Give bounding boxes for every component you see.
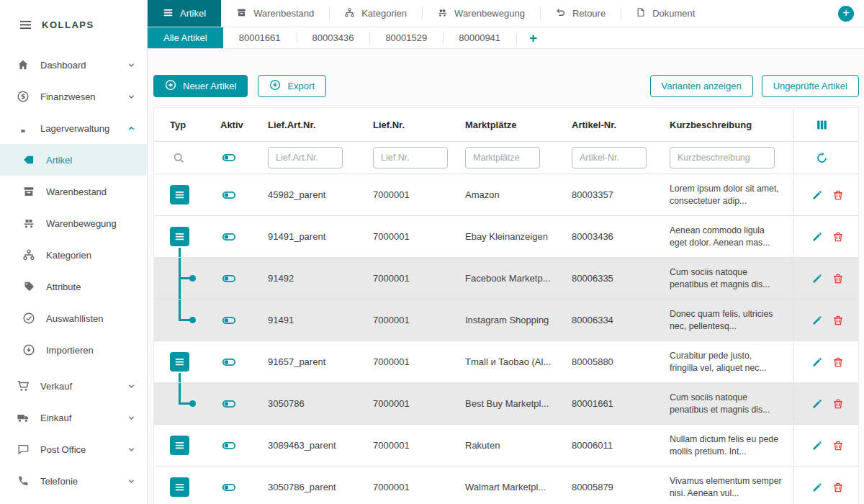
edit-icon[interactable] — [811, 273, 823, 284]
delete-icon[interactable] — [832, 273, 844, 284]
sidebar-item-dashboard[interactable]: Dashboard — [0, 49, 147, 81]
active-toggle-icon[interactable] — [222, 438, 236, 453]
edit-icon[interactable] — [811, 356, 823, 368]
tab-retoure[interactable]: Retoure — [540, 0, 621, 27]
article-list-icon[interactable] — [170, 477, 189, 497]
sidebar-item-kategorien[interactable]: Kategorien — [0, 239, 147, 271]
article-list-icon[interactable] — [170, 185, 189, 204]
active-toggle-icon[interactable] — [222, 397, 236, 411]
row-actions-cell — [793, 258, 858, 299]
list-icon — [163, 7, 174, 20]
sidebar-item-label: Verkauf — [40, 381, 72, 392]
table-row[interactable]: 91491 7000001 Instagram Shopping 8000633… — [154, 300, 858, 341]
actions-header-cell — [793, 108, 858, 141]
sidebar-item-label: Auswahllisten — [46, 313, 104, 324]
add-module-tab-button[interactable]: + — [838, 6, 854, 22]
table-row[interactable]: 91492 7000001 Facebook Marketp... 800063… — [154, 258, 858, 300]
active-toggle-icon[interactable] — [222, 230, 236, 244]
table-row[interactable]: 3089463_parent 7000001 Rakuten 80006011 … — [154, 425, 858, 467]
delete-icon[interactable] — [832, 440, 844, 451]
sidebar-item-lagerverwaltung[interactable]: Lagerverwaltung — [0, 112, 147, 144]
edit-icon[interactable] — [811, 189, 823, 201]
tag-icon — [22, 153, 36, 166]
article-list-icon[interactable] — [170, 352, 189, 372]
tab-warenbewegung[interactable]: Warenbewegung — [422, 0, 540, 27]
table-row[interactable]: 45982_parent 7000001 Amazon 80003357 Lor… — [154, 174, 858, 216]
sidebar-item-label: Lagerverwaltung — [40, 123, 109, 134]
edit-icon[interactable] — [811, 440, 823, 451]
columns-icon[interactable] — [816, 119, 828, 131]
sidebar-item-finanzwesen[interactable]: $ Finanzwesen — [0, 81, 147, 112]
lief-nr-filter-input[interactable] — [373, 147, 448, 168]
sidebar-item-importieren[interactable]: Importieren — [0, 334, 147, 366]
delete-icon[interactable] — [832, 315, 844, 326]
active-toggle-icon[interactable] — [222, 355, 236, 369]
tab-artikel[interactable]: Artikel — [148, 0, 221, 27]
sidebar-item-einkauf[interactable]: Einkauf — [0, 402, 147, 433]
table-row[interactable]: 3050786_parent 7000001 Walmart Marketpl.… — [154, 467, 858, 504]
active-toggle-icon[interactable] — [222, 313, 236, 328]
new-article-button[interactable]: Neuer Artikel — [153, 75, 248, 97]
chevron-down-icon — [127, 93, 135, 101]
marktplatz-cell: Tmall и Taobao (Al... — [455, 356, 562, 367]
delete-icon[interactable] — [832, 231, 844, 243]
lief-art-nr-filter-input[interactable] — [268, 147, 343, 168]
sidebar-item-warenbestand[interactable]: Warenbestand — [0, 176, 147, 207]
tab-warenbestand[interactable]: Warenbestand — [221, 0, 329, 27]
delete-icon[interactable] — [832, 189, 844, 201]
tab-dokument[interactable]: Dokument — [621, 0, 710, 27]
active-toggle-icon[interactable] — [222, 188, 236, 202]
tab-alle-artikel[interactable]: Alle Artikel — [148, 27, 223, 48]
sidebar-item-post-office[interactable]: Post Office — [0, 433, 147, 465]
delete-icon[interactable] — [832, 356, 844, 368]
active-toggle-icon[interactable] — [222, 150, 236, 165]
refresh-icon[interactable] — [816, 152, 828, 164]
delete-icon[interactable] — [832, 398, 844, 410]
hamburger-menu-icon[interactable] — [19, 18, 32, 32]
button-label: Neuer Artikel — [183, 81, 236, 91]
article-list-icon[interactable] — [170, 436, 189, 455]
delete-icon[interactable] — [832, 482, 844, 493]
sidebar-item-attribute[interactable]: Attribute — [0, 271, 147, 302]
active-toggle-icon[interactable] — [222, 480, 236, 495]
kurzbeschreibung-cell: Lorem ipsum dolor sit amet, consectetuer… — [660, 183, 793, 207]
artikel-nr-filter-input[interactable] — [572, 147, 647, 168]
search-icon[interactable] — [173, 152, 185, 164]
button-label: Varianten anzeigen — [662, 81, 742, 91]
sidebar-item-auswahllisten[interactable]: Auswahllisten — [0, 302, 147, 334]
tab-article-80001661[interactable]: 80001661 — [223, 27, 297, 48]
sidebar-item-verkauf[interactable]: Verkauf — [0, 370, 147, 402]
toolbar: Neuer Artikel Export Varianten anzeigen … — [153, 75, 859, 97]
goods-movement-icon — [22, 217, 36, 230]
show-variants-button[interactable]: Varianten anzeigen — [650, 75, 753, 97]
categories-tree-icon — [22, 248, 36, 261]
tab-article-80003436[interactable]: 80003436 — [297, 27, 370, 48]
chevron-down-icon — [127, 446, 135, 454]
add-article-tab-button[interactable]: + — [516, 27, 550, 48]
sidebar-item-telefonie[interactable]: Telefonie — [0, 465, 147, 497]
tab-kategorien[interactable]: Kategorien — [329, 0, 422, 27]
marktplaetze-filter-input[interactable] — [465, 147, 540, 168]
edit-icon[interactable] — [811, 482, 823, 493]
article-list-icon[interactable] — [170, 227, 189, 246]
column-header-lief-art-nr: Lief.Art.Nr. — [258, 120, 363, 130]
lief-art-nr-cell: 91491 — [258, 315, 363, 325]
artikel-nr-cell: 80005880 — [562, 356, 660, 367]
table-row[interactable]: 91491_parent 7000001 Ebay Kleinanzeigen … — [154, 216, 858, 258]
sidebar-item-artikel[interactable]: Artikel — [0, 144, 147, 176]
kurzbeschreibung-filter-input[interactable] — [670, 147, 775, 168]
artikel-nr-cell: 80003436 — [562, 231, 660, 242]
table-row[interactable]: 91657_parent 7000001 Tmall и Taobao (Al.… — [154, 341, 858, 383]
table-row[interactable]: 3050786 7000001 Best Buy Marketpl... 800… — [154, 383, 858, 425]
row-actions-cell — [793, 341, 858, 382]
export-button[interactable]: Export — [258, 75, 326, 97]
tab-label: Warenbestand — [253, 8, 314, 19]
unchecked-articles-button[interactable]: Ungeprüfte Artikel — [762, 75, 859, 97]
edit-icon[interactable] — [811, 315, 823, 326]
active-toggle-icon[interactable] — [222, 271, 236, 286]
sidebar-item-warenbewegung[interactable]: Warenbewegung — [0, 207, 147, 239]
edit-icon[interactable] — [811, 398, 823, 410]
tab-article-80001529[interactable]: 80001529 — [369, 27, 443, 48]
tab-article-80000941[interactable]: 80000941 — [443, 27, 516, 48]
edit-icon[interactable] — [811, 231, 823, 243]
